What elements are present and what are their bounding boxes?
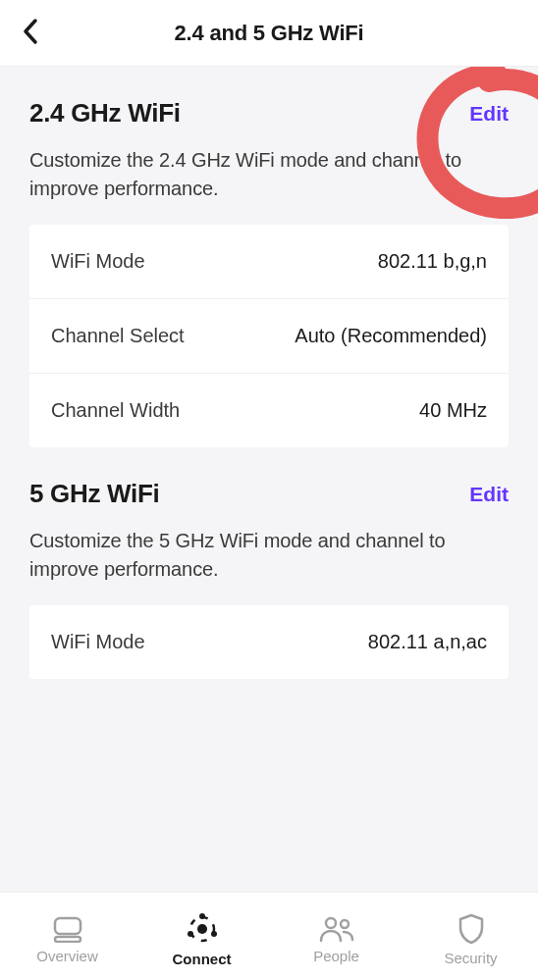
svg-point-2 bbox=[197, 924, 207, 934]
edit-24ghz-button[interactable]: Edit bbox=[469, 102, 509, 126]
section-24ghz-header: 2.4 GHz WiFi Edit bbox=[29, 98, 509, 129]
nav-people[interactable]: People bbox=[269, 893, 404, 980]
settings-card-24ghz: WiFi Mode 802.11 b,g,n Channel Select Au… bbox=[29, 225, 509, 447]
section-5ghz-description: Customize the 5 GHz WiFi mode and channe… bbox=[29, 527, 509, 584]
section-5ghz-header: 5 GHz WiFi Edit bbox=[29, 479, 509, 509]
nav-label: Connect bbox=[173, 951, 232, 967]
nav-label: People bbox=[313, 948, 359, 964]
section-5ghz-title: 5 GHz WiFi bbox=[29, 479, 160, 509]
row-label: Channel Width bbox=[51, 399, 180, 422]
shield-icon bbox=[457, 913, 485, 945]
main-content: 2.4 GHz WiFi Edit Customize the 2.4 GHz … bbox=[0, 98, 538, 679]
row-value: 802.11 b,g,n bbox=[378, 250, 487, 273]
row-channel-width-24: Channel Width 40 MHz bbox=[29, 374, 509, 447]
bottom-nav: Overview Connect People Security bbox=[0, 892, 538, 980]
page-title: 2.4 and 5 GHz WiFi bbox=[0, 21, 538, 46]
row-label: WiFi Mode bbox=[51, 631, 145, 653]
row-label: WiFi Mode bbox=[51, 250, 145, 273]
nav-overview[interactable]: Overview bbox=[0, 893, 134, 980]
back-button[interactable] bbox=[22, 18, 39, 49]
row-value: Auto (Recommended) bbox=[295, 325, 487, 347]
nav-security[interactable]: Security bbox=[404, 893, 538, 980]
svg-point-4 bbox=[199, 913, 205, 919]
svg-point-6 bbox=[188, 931, 193, 937]
row-wifi-mode-5: WiFi Mode 802.11 a,n,ac bbox=[29, 605, 509, 679]
connect-icon bbox=[186, 912, 219, 946]
svg-point-5 bbox=[211, 931, 217, 937]
row-value: 40 MHz bbox=[419, 399, 487, 422]
svg-point-8 bbox=[341, 920, 349, 928]
svg-point-7 bbox=[326, 918, 336, 928]
svg-rect-1 bbox=[55, 937, 81, 942]
row-label: Channel Select bbox=[51, 325, 185, 347]
people-icon bbox=[319, 915, 354, 943]
app-header: 2.4 and 5 GHz WiFi bbox=[0, 0, 538, 67]
settings-card-5ghz: WiFi Mode 802.11 a,n,ac bbox=[29, 605, 509, 679]
nav-label: Overview bbox=[36, 948, 98, 964]
svg-rect-0 bbox=[55, 918, 81, 934]
section-24ghz-title: 2.4 GHz WiFi bbox=[29, 98, 181, 129]
row-wifi-mode-24: WiFi Mode 802.11 b,g,n bbox=[29, 225, 509, 299]
chevron-left-icon bbox=[22, 18, 39, 45]
overview-icon bbox=[52, 915, 83, 943]
nav-connect[interactable]: Connect bbox=[134, 893, 269, 980]
row-channel-select-24: Channel Select Auto (Recommended) bbox=[29, 299, 509, 374]
nav-label: Security bbox=[444, 950, 497, 966]
edit-5ghz-button[interactable]: Edit bbox=[469, 483, 509, 506]
section-24ghz-description: Customize the 2.4 GHz WiFi mode and chan… bbox=[29, 146, 509, 203]
row-value: 802.11 a,n,ac bbox=[368, 631, 487, 653]
